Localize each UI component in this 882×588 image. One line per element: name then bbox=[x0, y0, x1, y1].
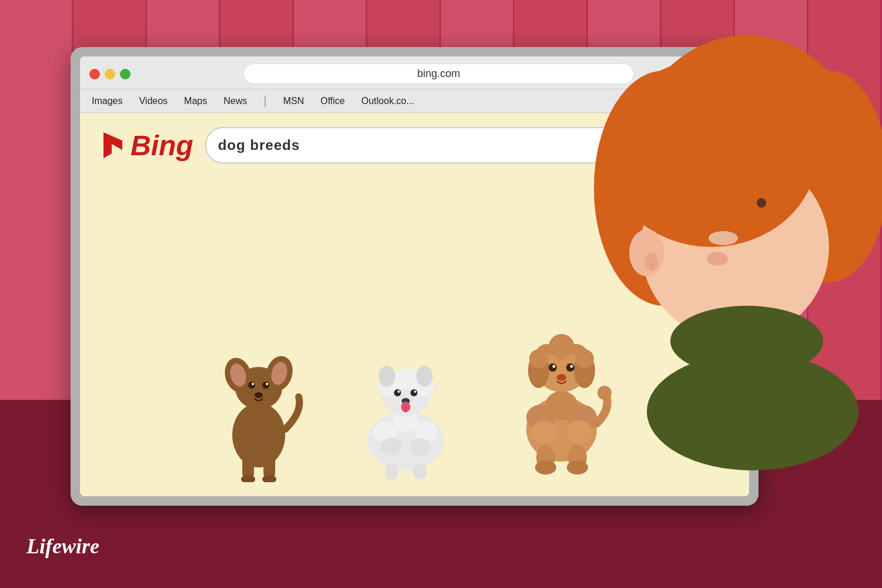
svg-point-27 bbox=[410, 438, 431, 456]
svg-point-46 bbox=[531, 420, 557, 444]
svg-point-26 bbox=[380, 438, 402, 456]
poodle-illustration bbox=[494, 300, 629, 482]
svg-rect-41 bbox=[385, 463, 398, 480]
svg-point-32 bbox=[379, 366, 395, 387]
bing-brand-text: Bing bbox=[131, 129, 193, 162]
nav-images[interactable]: Images bbox=[92, 96, 122, 106]
monitor: bing.com Images Videos Maps News | MSN O… bbox=[71, 47, 759, 506]
svg-point-35 bbox=[410, 389, 417, 396]
chihuahua-illustration bbox=[200, 306, 318, 482]
search-button[interactable] bbox=[701, 135, 717, 155]
lifewire-logo: Lifewire bbox=[26, 534, 99, 559]
monitor-screen: bing.com Images Videos Maps News | MSN O… bbox=[80, 56, 749, 496]
minimize-button-icon[interactable] bbox=[105, 69, 115, 79]
svg-point-62 bbox=[570, 365, 573, 368]
svg-point-59 bbox=[549, 363, 557, 372]
svg-point-48 bbox=[545, 391, 578, 420]
nav-maps[interactable]: Maps bbox=[184, 96, 207, 106]
svg-point-67 bbox=[567, 460, 588, 475]
svg-point-3 bbox=[682, 145, 684, 147]
stripe-12 bbox=[808, 0, 882, 400]
svg-line-6 bbox=[711, 145, 716, 150]
svg-point-36 bbox=[397, 390, 400, 393]
close-button-icon[interactable] bbox=[89, 69, 100, 79]
svg-point-37 bbox=[414, 390, 416, 393]
browser-chrome: bing.com bbox=[80, 56, 749, 89]
svg-marker-0 bbox=[103, 132, 122, 158]
nav-outlook[interactable]: Outlook.co... bbox=[362, 96, 415, 106]
westie-illustration bbox=[341, 329, 470, 482]
nav-msn[interactable]: MSN bbox=[283, 96, 304, 106]
camera-icon-svg bbox=[676, 139, 689, 152]
svg-point-58 bbox=[575, 349, 594, 368]
westie-svg bbox=[341, 329, 470, 482]
nav-divider: | bbox=[263, 94, 266, 108]
search-bar[interactable]: dog breeds bbox=[205, 127, 730, 163]
camera-search-icon[interactable] bbox=[671, 135, 694, 155]
svg-point-31 bbox=[394, 369, 417, 390]
svg-point-7 bbox=[232, 403, 285, 467]
svg-rect-42 bbox=[413, 463, 426, 480]
svg-point-16 bbox=[266, 383, 268, 385]
chihuahua-svg bbox=[200, 306, 318, 482]
poodle-svg bbox=[494, 300, 629, 482]
svg-point-61 bbox=[553, 365, 556, 368]
svg-point-33 bbox=[416, 366, 433, 387]
dogs-area bbox=[99, 175, 730, 482]
bing-logo-icon bbox=[99, 128, 128, 163]
svg-point-34 bbox=[394, 389, 401, 396]
bing-logo: Bing bbox=[99, 128, 193, 163]
nav-videos[interactable]: Videos bbox=[139, 96, 168, 106]
nav-news[interactable]: News bbox=[223, 96, 247, 106]
stripe-1 bbox=[0, 0, 74, 400]
svg-point-47 bbox=[566, 420, 592, 444]
address-bar[interactable]: bing.com bbox=[243, 64, 634, 84]
svg-point-60 bbox=[566, 363, 574, 372]
svg-point-17 bbox=[255, 392, 263, 398]
traffic-lights bbox=[89, 69, 131, 79]
bing-content: Bing dog breeds bbox=[80, 113, 749, 496]
svg-point-15 bbox=[252, 383, 254, 385]
svg-point-66 bbox=[535, 460, 556, 475]
browser-nav: Images Videos Maps News | MSN Office Out… bbox=[80, 89, 749, 113]
search-query-text: dog breeds bbox=[218, 137, 664, 153]
svg-point-57 bbox=[529, 349, 548, 368]
bing-header: Bing dog breeds bbox=[99, 127, 730, 163]
svg-point-14 bbox=[262, 382, 269, 389]
svg-point-68 bbox=[597, 386, 612, 400]
nav-office[interactable]: Office bbox=[320, 96, 345, 106]
search-icon bbox=[701, 135, 717, 152]
svg-point-13 bbox=[248, 382, 255, 389]
maximize-button-icon[interactable] bbox=[120, 69, 131, 79]
svg-point-63 bbox=[557, 374, 566, 381]
